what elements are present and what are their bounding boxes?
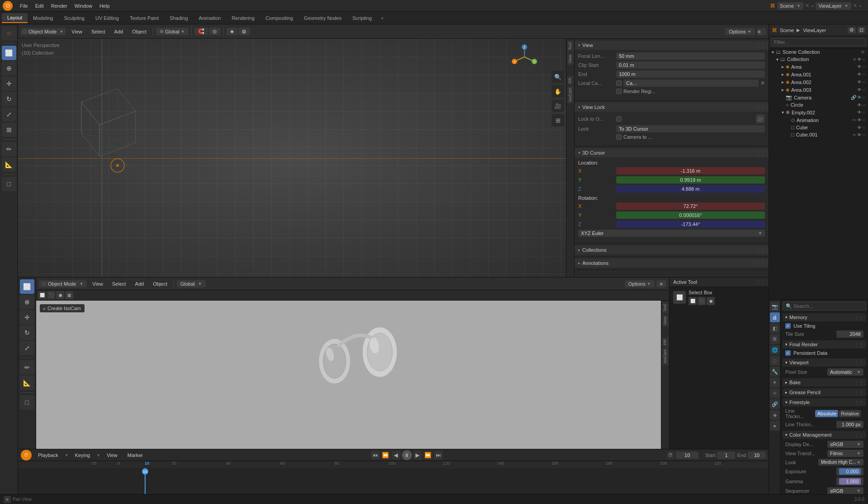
view-transform-dropdown[interactable]: Filmic ▼ xyxy=(827,450,863,457)
cube001-edit[interactable]: ✏ xyxy=(853,132,856,137)
cam-icon-1[interactable]: ⬜ xyxy=(38,291,46,299)
cam-panel-toggle[interactable]: ≡ xyxy=(656,280,666,287)
gamma-value[interactable]: 1.000 xyxy=(836,477,863,485)
isocam-tab[interactable]: IsoCam xyxy=(567,86,574,104)
cam-tool-tab[interactable]: Tool xyxy=(662,302,669,314)
cam-mode-btn[interactable]: □ Object Mode ▼ xyxy=(39,280,87,287)
tab-sculpting[interactable]: Sculpting xyxy=(59,14,90,23)
tile-size-value[interactable]: 2048 xyxy=(836,330,863,338)
menu-edit[interactable]: Edit xyxy=(32,2,47,9)
circle-eye[interactable]: 👁 xyxy=(857,103,862,108)
tab-animation[interactable]: Animation xyxy=(193,14,226,23)
camera-to-toggle[interactable] xyxy=(616,134,622,140)
viewport-prop-header[interactable]: ▾ Viewport ⋮⋮ xyxy=(783,358,866,367)
cube-eye[interactable]: 👁 xyxy=(857,125,862,130)
annotations-section-header[interactable]: ▸ Annotations ⋮⋮ xyxy=(575,259,769,268)
frame-counter-icon[interactable]: ⏱ xyxy=(667,452,674,459)
jump-start-btn[interactable]: ⏮ xyxy=(371,451,380,460)
cam-icon-3[interactable]: ◼ xyxy=(56,291,64,299)
select-icon-2[interactable]: ⬛ xyxy=(698,297,706,305)
cam-add-btn[interactable]: □ xyxy=(20,395,34,410)
lock-value[interactable]: To 3D Cursor xyxy=(616,125,765,132)
lock-to-toggle[interactable] xyxy=(616,116,622,122)
select-box-tool[interactable]: ⬜ Select Box ⬜ ⬛ ◼ xyxy=(670,287,769,308)
area002-eye[interactable]: 👁 xyxy=(857,80,862,85)
start-frame[interactable]: 1 xyxy=(717,452,735,459)
collections-section-header[interactable]: ▸ Collections ⋮⋮ xyxy=(575,245,769,254)
add-workspace-button[interactable]: + xyxy=(377,14,387,23)
prop-tab-render[interactable]: 📷 xyxy=(770,301,780,311)
mode-selector-btn[interactable]: ⬡ xyxy=(1,26,17,41)
current-frame[interactable]: 10 xyxy=(676,452,698,459)
prop-tab-world[interactable]: 🌐 xyxy=(770,345,780,355)
area001-restrict[interactable]: ○ xyxy=(863,72,865,77)
camera-canvas[interactable]: ▸ Create IsoCam Tool View PR IsoCam xyxy=(36,301,669,449)
camera-item[interactable]: ▸ 📷 Camera 🔗 👁 ○ xyxy=(769,94,868,101)
cam-measure-btn[interactable]: 📐 xyxy=(20,376,34,390)
tab-layout[interactable]: Layout xyxy=(2,13,28,23)
menu-file[interactable]: File xyxy=(16,2,32,9)
cam-select-btn[interactable]: ⬜ xyxy=(20,279,34,294)
prop-tab-object[interactable]: □ xyxy=(770,356,780,366)
props-search-input[interactable] xyxy=(783,301,866,311)
perspective-toggle[interactable]: ⊞ xyxy=(552,114,564,127)
tab-shading[interactable]: Shading xyxy=(164,14,193,23)
sequencer-dropdown[interactable]: sRGB ▼ xyxy=(827,487,863,494)
cam-annotate-btn[interactable]: ✏ xyxy=(20,360,34,375)
cursor-tool-btn[interactable]: ⊕ xyxy=(2,61,16,75)
cam-add-menu[interactable]: Add xyxy=(132,280,148,287)
tab-scripting[interactable]: Scripting xyxy=(347,14,377,23)
next-keyframe-btn[interactable]: ⏩ xyxy=(424,451,433,460)
cam-object-menu[interactable]: Object xyxy=(149,280,171,287)
location-z[interactable]: 4.888 m xyxy=(616,185,765,193)
bake-header[interactable]: ▸ Bake ⋮⋮ xyxy=(783,378,866,386)
header-view[interactable]: View xyxy=(68,28,86,35)
collection-restrict-2[interactable]: ○ xyxy=(863,57,865,62)
empty002-restrict[interactable]: ○ xyxy=(863,110,865,115)
header-object[interactable]: Object xyxy=(128,28,150,35)
cursor-3d-section-header[interactable]: ▾ 3D Cursor ⋮⋮ xyxy=(575,148,769,157)
empty002-eye[interactable]: 👁 xyxy=(857,110,862,115)
timeline-body[interactable]: -20 0 10 20 40 60 80 100 120 140 160 180… xyxy=(18,461,769,494)
persistent-data-checkbox[interactable]: ✓ xyxy=(785,350,791,356)
timeline-playback[interactable]: Playback xyxy=(34,452,62,459)
tab-texture-paint[interactable]: Texture Paint xyxy=(124,14,164,23)
look-dropdown[interactable]: Medium High C... ▼ xyxy=(818,459,863,466)
select-icon-1[interactable]: ⬜ xyxy=(689,297,697,305)
rotation-mode-dropdown[interactable]: XYZ Euler ▼ xyxy=(578,230,765,237)
end-frame[interactable]: 10 xyxy=(748,452,766,459)
view-lock-section-header[interactable]: ▾ View Lock ⋮⋮ xyxy=(575,103,769,112)
rotation-x[interactable]: 72.72° xyxy=(616,203,765,210)
prop-tab-output[interactable]: 🖨 xyxy=(770,312,780,322)
header-select[interactable]: Select xyxy=(88,28,109,35)
cam-view-btn[interactable]: View xyxy=(89,280,107,287)
collection-restrict-1[interactable]: ✕ xyxy=(853,57,856,62)
move-tool-btn[interactable]: ✛ xyxy=(2,76,16,91)
prev-keyframe-btn[interactable]: ⏪ xyxy=(381,451,390,460)
area002-restrict[interactable]: ○ xyxy=(863,80,865,85)
prop-tab-particles[interactable]: ✦ xyxy=(770,377,780,387)
local-camera-value[interactable]: Ca... xyxy=(623,80,759,87)
3d-viewport[interactable]: User Perspective (10) Collection Z xyxy=(18,39,574,277)
tab-rendering[interactable]: Rendering xyxy=(226,14,260,23)
tab-compositing[interactable]: Compositing xyxy=(260,14,298,23)
transform-orientations-btn[interactable]: ⊕ Global ▼ xyxy=(156,28,189,35)
pixel-size-dropdown[interactable]: Automatic ▼ xyxy=(827,368,863,376)
area001-eye[interactable]: 👁 xyxy=(857,72,862,77)
jump-end-btn[interactable]: ⏭ xyxy=(434,451,443,460)
cube001-restrict[interactable]: ○ xyxy=(863,132,865,137)
anim-edit[interactable]: ✏ xyxy=(853,118,856,122)
play-btn[interactable]: ▶ xyxy=(413,451,422,460)
cam-pr-tab[interactable]: PR xyxy=(662,338,669,347)
timeline-track[interactable]: 10 xyxy=(18,468,769,494)
prop-tab-object-data[interactable]: ◈ xyxy=(770,410,780,420)
local-camera-toggle[interactable] xyxy=(616,80,622,86)
camera-chain[interactable]: 🔗 xyxy=(851,95,856,100)
view-section-header[interactable]: ▾ View ⋮⋮ xyxy=(575,41,769,50)
play-pause-btn[interactable]: ⏸ xyxy=(402,450,412,460)
scene-selector[interactable]: Scene ▼ xyxy=(777,2,803,9)
zoom-in-btn[interactable]: 🔍 xyxy=(552,71,564,83)
camera-restrict[interactable]: ○ xyxy=(863,95,865,100)
prop-tab-view-layer[interactable]: ◧ xyxy=(770,323,780,333)
cam-move-btn[interactable]: ✛ xyxy=(20,310,34,325)
